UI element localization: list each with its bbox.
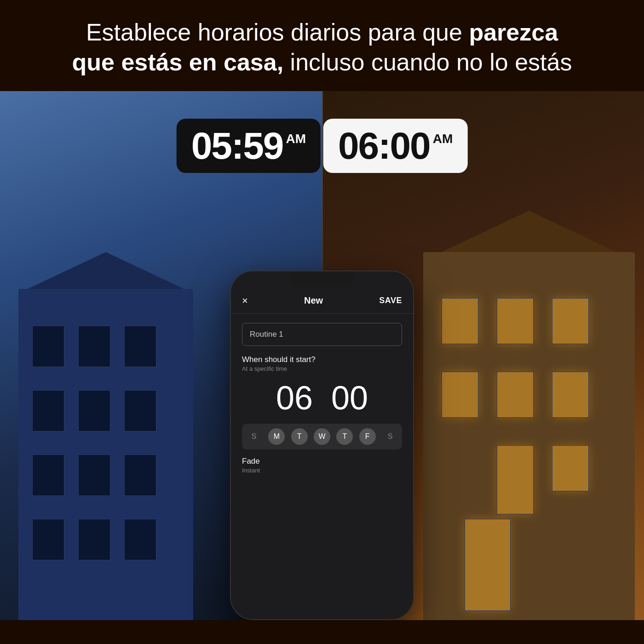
window-lit xyxy=(442,372,478,418)
window xyxy=(32,326,64,367)
day-friday[interactable]: F xyxy=(359,428,376,445)
building-left-roof xyxy=(28,252,184,289)
building-right-roof xyxy=(442,211,616,252)
window-lit xyxy=(552,298,589,344)
window-lit xyxy=(442,298,478,344)
time-picker-hour[interactable]: 06 xyxy=(276,381,313,414)
days-row: S M T W T F S xyxy=(242,424,402,449)
window xyxy=(124,390,156,431)
time-picker: 06 00 xyxy=(242,381,402,414)
day-sunday[interactable]: S xyxy=(246,428,262,445)
window-lit xyxy=(552,372,589,418)
headline-bold-2: que estás en casa, xyxy=(72,49,284,75)
building-left xyxy=(18,261,212,620)
time-display: 05:59 AM 06:00 AM xyxy=(177,119,468,173)
app-divider xyxy=(231,313,413,314)
day-thursday[interactable]: T xyxy=(336,428,353,445)
window xyxy=(32,454,64,496)
save-button[interactable]: SAVE xyxy=(379,296,402,305)
window xyxy=(78,390,110,431)
image-section: 05:59 AM 06:00 AM × New SAVE xyxy=(0,91,644,620)
routine-name-input[interactable] xyxy=(250,330,394,339)
schedule-sublabel: At a specific time xyxy=(242,365,402,372)
time-picker-minute[interactable]: 00 xyxy=(331,381,368,414)
phone-screen: × New SAVE When should it start? At a sp… xyxy=(231,271,413,619)
window xyxy=(124,519,156,560)
fade-label: Fade xyxy=(242,457,402,466)
time-before-ampm: AM xyxy=(286,132,306,146)
top-banner: Establece horarios diarios para que pare… xyxy=(0,0,644,91)
fade-sublabel: Instant xyxy=(242,467,402,474)
window-lit xyxy=(497,445,534,514)
day-wednesday[interactable]: W xyxy=(314,428,330,445)
time-badge-after: 06:00 AM xyxy=(323,119,467,173)
phone-frame: × New SAVE When should it start? At a sp… xyxy=(230,270,414,620)
window-lit xyxy=(497,372,534,418)
window xyxy=(124,326,156,367)
window xyxy=(78,519,110,560)
routine-input-wrapper[interactable] xyxy=(242,323,402,346)
day-saturday[interactable]: S xyxy=(382,428,398,445)
fade-section: Fade Instant xyxy=(242,457,402,474)
headline-line1: Establece horarios diarios para que pare… xyxy=(86,19,558,46)
phone-notch xyxy=(290,271,354,287)
time-after-hour: 06:00 xyxy=(338,127,430,165)
window xyxy=(78,454,110,496)
window-lit xyxy=(552,445,589,491)
headline-bold-1: parezca xyxy=(469,19,558,46)
headline-normal-2: incluso cuando no lo estás xyxy=(283,49,572,75)
close-button[interactable]: × xyxy=(242,296,248,306)
window xyxy=(124,454,156,496)
building-right-main xyxy=(423,252,635,620)
app-title: New xyxy=(304,295,323,306)
time-before-hour: 05:59 xyxy=(191,127,283,165)
time-badge-before: 05:59 AM xyxy=(177,119,321,173)
window-lit xyxy=(497,298,534,344)
door-lit xyxy=(465,519,511,611)
headline: Establece horarios diarios para que pare… xyxy=(37,17,607,77)
day-monday[interactable]: M xyxy=(268,428,285,445)
schedule-label: When should it start? xyxy=(242,355,402,364)
window xyxy=(78,326,110,367)
day-tuesday[interactable]: T xyxy=(291,428,308,445)
building-left-main xyxy=(18,289,193,620)
app-body: When should it start? At a specific time… xyxy=(231,323,413,474)
phone-mockup: × New SAVE When should it start? At a sp… xyxy=(230,270,414,620)
window xyxy=(32,519,64,560)
building-right xyxy=(405,229,635,620)
time-after-ampm: AM xyxy=(433,132,453,146)
window xyxy=(32,390,64,431)
